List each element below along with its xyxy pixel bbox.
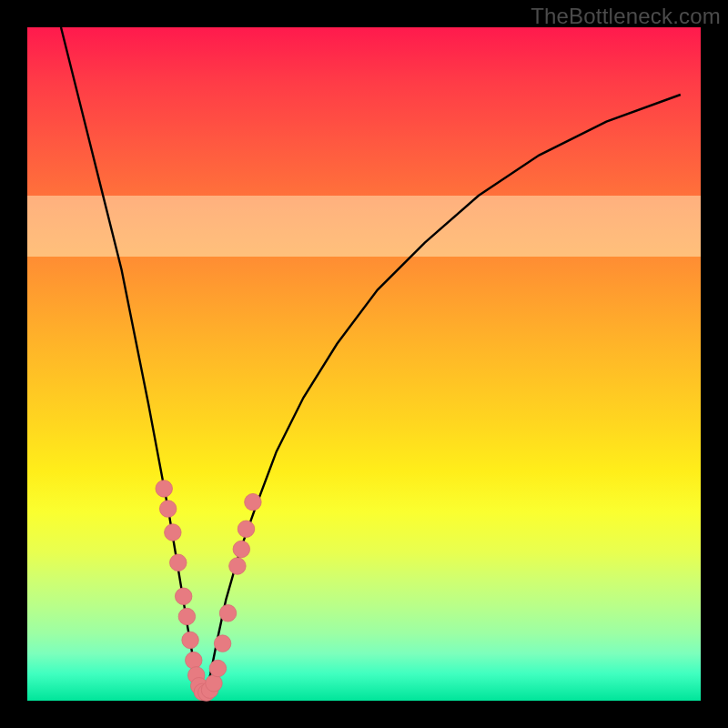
bead-marker	[156, 480, 173, 498]
bead-marker	[159, 500, 177, 518]
bead-marker	[209, 660, 227, 677]
bead-marker	[229, 558, 247, 575]
bead-marker	[206, 675, 223, 693]
bead-marker	[182, 632, 199, 649]
right-curve	[206, 95, 681, 694]
bead-marker	[245, 493, 262, 511]
bead-marker	[238, 521, 255, 538]
bead-marker	[214, 635, 231, 652]
chart-frame: TheBottleneck.com	[0, 0, 728, 728]
plot-area	[27, 27, 701, 701]
bead-marker	[219, 605, 237, 622]
bead-marker	[175, 588, 192, 605]
bead-marker	[178, 608, 196, 625]
bead-marker	[186, 652, 203, 669]
bead-marker	[170, 554, 187, 571]
bead-marker	[233, 541, 250, 558]
attribution-text: TheBottleneck.com	[531, 4, 721, 29]
marker-beads	[156, 480, 261, 702]
bead-marker	[165, 524, 182, 541]
curves-layer	[27, 27, 701, 701]
